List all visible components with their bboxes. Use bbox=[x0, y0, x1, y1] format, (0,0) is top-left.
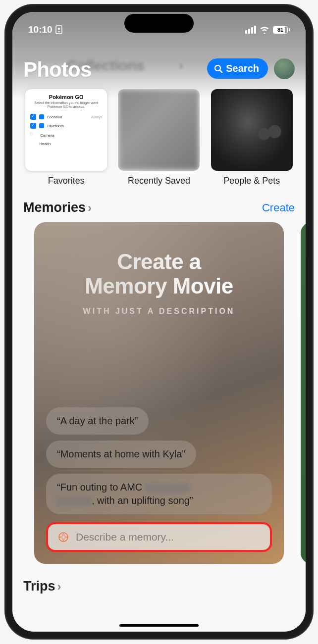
collections-row[interactable]: Pokémon GO Select the information you no… bbox=[12, 89, 306, 186]
collection-label: People & Pets bbox=[223, 176, 280, 186]
search-icon bbox=[214, 64, 223, 73]
favorites-thumbnail: Pokémon GO Select the information you no… bbox=[25, 89, 107, 171]
recently-saved-thumbnail bbox=[118, 89, 200, 171]
memories-title-button[interactable]: Memories › bbox=[23, 200, 92, 215]
apple-intelligence-icon bbox=[57, 531, 70, 544]
chevron-right-icon: › bbox=[57, 580, 61, 594]
screen: 10:10 81 Collections › Photos bbox=[12, 12, 306, 632]
describe-placeholder: Describe a memory... bbox=[76, 531, 174, 543]
memory-suggestions: “A day at the park” “Moments at home wit… bbox=[46, 407, 272, 552]
create-memory-card[interactable]: Create a Memory Movie WITH JUST A DESCRI… bbox=[34, 222, 284, 564]
home-indicator[interactable] bbox=[119, 624, 199, 627]
people-pets-thumbnail bbox=[211, 89, 293, 171]
collection-label: Favorites bbox=[48, 176, 85, 186]
battery-indicator: 81 bbox=[273, 26, 290, 34]
dynamic-island bbox=[124, 14, 194, 33]
chevron-right-icon: › bbox=[88, 201, 92, 215]
search-label: Search bbox=[226, 63, 259, 74]
collection-favorites[interactable]: Pokémon GO Select the information you no… bbox=[23, 89, 109, 186]
status-time-region: 10:10 bbox=[28, 24, 62, 35]
collection-people-pets[interactable]: People & Pets bbox=[209, 89, 295, 186]
collection-recently-saved[interactable]: Recently Saved bbox=[116, 89, 202, 186]
memories-carousel[interactable]: Create a Memory Movie WITH JUST A DESCRI… bbox=[12, 222, 306, 564]
svg-line-3 bbox=[220, 70, 222, 72]
person-card-icon bbox=[55, 25, 62, 34]
redacted-text bbox=[145, 483, 190, 493]
app-viewport: 10:10 81 Collections › Photos bbox=[12, 12, 306, 632]
battery-level: 81 bbox=[277, 27, 283, 33]
phone-frame: 10:10 81 Collections › Photos bbox=[5, 5, 313, 639]
suggestion-pill[interactable]: “Fun outing to AMC , with an uplifting s… bbox=[46, 474, 272, 514]
describe-memory-input[interactable]: Describe a memory... bbox=[46, 522, 272, 552]
background-chevron-icon: › bbox=[179, 58, 183, 73]
trips-header: Trips › bbox=[12, 564, 306, 599]
app-title: Photos bbox=[23, 58, 92, 82]
redacted-text bbox=[57, 496, 92, 506]
svg-point-4 bbox=[59, 533, 68, 542]
next-memory-card-peek[interactable] bbox=[301, 222, 306, 564]
memories-header: Memories › Create bbox=[12, 186, 306, 222]
status-indicators: 81 bbox=[245, 26, 290, 34]
wifi-icon bbox=[260, 26, 269, 34]
collection-label: Recently Saved bbox=[128, 176, 190, 186]
status-time: 10:10 bbox=[28, 24, 53, 35]
suggestion-pill[interactable]: “A day at the park” bbox=[46, 407, 149, 435]
cellular-signal-icon bbox=[245, 26, 256, 34]
trips-title-button[interactable]: Trips › bbox=[23, 579, 295, 594]
suggestion-pill[interactable]: “Moments at home with Kyla” bbox=[46, 441, 196, 468]
heart-icon: ♥ bbox=[30, 132, 37, 139]
create-button[interactable]: Create bbox=[262, 201, 295, 214]
svg-point-1 bbox=[57, 28, 59, 30]
profile-avatar[interactable] bbox=[274, 58, 295, 79]
search-button[interactable]: Search bbox=[207, 58, 268, 79]
